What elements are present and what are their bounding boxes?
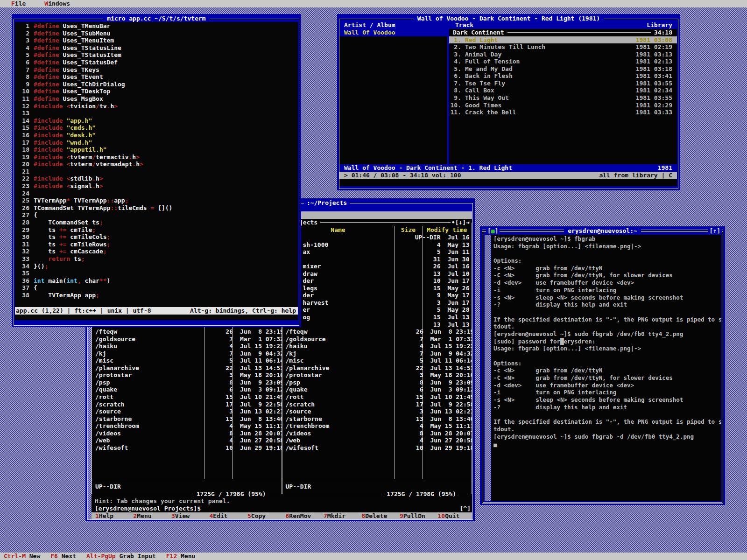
file-row[interactable]: /kj7Jun 9 04:32	[92, 350, 282, 357]
file-row[interactable]: og15Jul 13 13:49	[282, 314, 472, 321]
file-row[interactable]: /trenchbroom4May 15 11:17	[282, 422, 472, 430]
file-name: /trenchbroom	[92, 422, 207, 430]
window-music-player[interactable]: Wall of Voodoo - Dark Continent - Red Li…	[337, 14, 680, 190]
transport-bar[interactable]: > 01:46 / 03:08 - 34:18 vol: 100 all fro…	[339, 172, 677, 179]
window-editor[interactable]: micro app.cc ~/S/t/s/tvterm 1#define Use…	[12, 14, 301, 327]
file-row[interactable]: /scratch17Jul 9 22:58	[282, 401, 472, 408]
file-row[interactable]: /planarchive22Jul 13 14:51	[92, 364, 282, 372]
file-row[interactable]: /haiku4Jul 15 19:23	[282, 343, 472, 350]
file-row[interactable]: /goldsource7Mar 1 07:32	[92, 336, 282, 343]
file-row[interactable]: /wifesoft10Jun 29 19:18	[92, 444, 282, 452]
file-row[interactable]: /quake6Jun 3 09:12	[92, 386, 282, 393]
file-row[interactable]: /misc5Jul 11 06:14	[282, 357, 472, 364]
file-name: /fteqw	[282, 328, 398, 336]
header-library[interactable]: Library	[647, 21, 672, 29]
file-row[interactable]: /rott15Jul 10 21:49	[282, 393, 472, 401]
header-artist-album[interactable]: Artist / Album	[344, 21, 395, 29]
file-row[interactable]: /goldsource7Mar 1 07:32	[282, 336, 472, 343]
fkey-edit[interactable]: 4Edit	[206, 512, 244, 520]
track-row[interactable]: 6.Back in Flesh1981 03:41	[449, 72, 677, 80]
file-row[interactable]: /trenchbroom4May 15 11:17	[92, 422, 282, 430]
now-playing-bar: Wall of Voodoo - Dark Continent - 1. Red…	[339, 164, 677, 172]
file-row[interactable]: /videos8Jun 28 20:07	[282, 430, 472, 437]
file-row[interactable]: UP--DIRJul 16 14:51	[282, 234, 472, 241]
fkey-mkdir[interactable]: 7Mkdir	[320, 512, 358, 520]
header-size[interactable]: Size	[395, 226, 423, 234]
prompt-text[interactable]: [erysdren@nuevosol Projects]$	[95, 505, 201, 512]
status-shortcut-next[interactable]: F6 Next	[50, 553, 76, 560]
editor-content[interactable]: 1#define Uses_TMenuBar2#define Uses_TSub…	[15, 22, 298, 320]
prompt-history-icon[interactable]: [^]	[460, 505, 471, 512]
track-row[interactable]: 3.Animal Day1981 03:13	[449, 51, 677, 58]
fkey-quit[interactable]: 10Quit	[434, 512, 472, 520]
file-size: 4	[415, 241, 443, 249]
file-row[interactable]: /wifesoft10Jun 29 19:18	[282, 444, 472, 452]
file-row[interactable]: /source3Jun 13 02:21	[282, 408, 472, 415]
file-row[interactable]: der10Jun 17 23:43	[282, 277, 472, 285]
fkey-pulldn[interactable]: 9PullDn	[396, 512, 434, 520]
close-icon[interactable]: [■]	[486, 228, 500, 234]
fkey-delete[interactable]: 8Delete	[358, 512, 396, 520]
track-row[interactable]: 7.Tse Tse Fly1981 03:55	[449, 80, 677, 87]
track-row[interactable]: 8.Call Box1981 02:34	[449, 87, 677, 94]
file-row[interactable]: er5May 28 05:54	[282, 306, 472, 314]
file-row[interactable]: /psp8Jun 9 23:09	[282, 379, 472, 386]
maximize-icon[interactable]: [↑]	[708, 228, 722, 234]
mc-command-prompt[interactable]: [erysdren@nuevosol Projects]$ [^]	[92, 505, 472, 512]
track-row[interactable]: 5.Me and My Dad1981 03:18	[449, 65, 677, 73]
file-row[interactable]: /rott15Jul 10 21:49	[92, 393, 282, 401]
file-row[interactable]: 31Jun 30 17:40	[282, 256, 472, 263]
file-row[interactable]: /web4Jun 27 20:58	[282, 437, 472, 444]
file-row[interactable]: /fteqw26Jun 8 23:19	[282, 328, 472, 336]
file-row[interactable]: /misc5Jul 11 06:14	[92, 357, 282, 364]
file-row[interactable]: /starborne13Jun 8 13:40	[92, 415, 282, 423]
file-row[interactable]: sh-10004May 13 00:31	[282, 241, 472, 249]
fkey-view[interactable]: 3View	[168, 512, 206, 520]
file-row[interactable]: /source3Jun 13 02:21	[92, 408, 282, 415]
panel-scroll-indicator[interactable]: •[↓]→	[451, 219, 471, 226]
file-row[interactable]: /planarchive22Jul 13 14:51	[282, 364, 472, 372]
track-row[interactable]: 2.Two Minutes Till Lunch1981 02:19	[449, 43, 677, 51]
mc-panel-right[interactable]: Projects •[↓]→ Name Size Modify time UP-…	[282, 219, 472, 497]
window-terminal[interactable]: [■] erysdren@nuevosol:~ [↑] [erysdren@nu…	[480, 226, 725, 505]
file-row[interactable]: /scratch17Jul 9 22:58	[92, 401, 282, 408]
file-row[interactable]: /protostar3May 18 20:10	[92, 371, 282, 379]
file-row[interactable]: /web4Jun 27 20:58	[92, 437, 282, 444]
file-row[interactable]: mixer26Jul 16 05:01	[282, 263, 472, 270]
status-shortcut-grab-input[interactable]: Alt-PgUp Grab Input	[86, 553, 156, 560]
status-shortcut-new[interactable]: Ctrl-M New	[4, 553, 40, 560]
fkey-menu[interactable]: 2Menu	[130, 512, 168, 520]
file-row[interactable]: /kj7Jun 9 04:32	[282, 350, 472, 357]
header-track[interactable]: Track	[455, 21, 473, 29]
file-row[interactable]: legs15May 26 03:00	[282, 285, 472, 292]
menu-item-indows[interactable]: Windows	[44, 0, 70, 7]
file-row[interactable]: /videos8Jun 28 20:07	[92, 430, 282, 437]
terminal-left-scroll-strip[interactable]	[485, 235, 491, 501]
file-row[interactable]: /protostar3May 18 20:10	[282, 371, 472, 379]
file-row[interactable]: draw13Jul 10 01:00	[282, 270, 472, 278]
terminal-content[interactable]: [erysdren@nuevosol ~]$ fbgrabUsage: fbgr…	[491, 235, 721, 501]
fkey-renmov[interactable]: 6RenMov	[282, 512, 320, 520]
file-row[interactable]: ax5Jun 11 03:52	[282, 248, 472, 256]
file-row[interactable]: /haiku4Jul 15 19:23	[92, 343, 282, 350]
track-row[interactable]: 1.Red Light1981 03:08	[449, 36, 677, 44]
track-row[interactable]: 11.Crack the Bell1981 03:33	[449, 109, 677, 116]
fkey-copy[interactable]: 5Copy	[244, 512, 282, 520]
file-row[interactable]: /psp8Jun 9 23:09	[92, 379, 282, 386]
file-row[interactable]: /fteqw26Jun 8 23:19	[92, 328, 282, 336]
file-row[interactable]: harvest3Jun 17 23:52	[282, 299, 472, 307]
file-row[interactable]: 13Jul 13 11:55	[282, 321, 472, 329]
artist-row-selected[interactable]: Wall Of Voodoo	[339, 29, 447, 36]
track-row[interactable]: 9.This Way Out1981 03:55	[449, 94, 677, 102]
track-row[interactable]: 10.Good Times1981 02:29	[449, 102, 677, 109]
header-mtime[interactable]: Modify time	[423, 226, 472, 234]
file-row[interactable]: /starborne13Jun 8 13:40	[282, 415, 472, 423]
code-area[interactable]: 1#define Uses_TMenuBar2#define Uses_TSub…	[15, 22, 297, 307]
fkey-help[interactable]: 1Help	[92, 512, 130, 520]
artist-list[interactable]: Wall Of Voodoo	[339, 29, 447, 164]
menu-item-ile[interactable]: File	[11, 0, 26, 7]
file-row[interactable]: der9May 17 11:30	[282, 292, 472, 299]
status-shortcut-menu[interactable]: F12 Menu	[166, 553, 196, 560]
track-row[interactable]: 4.Full of Tension1981 02:13	[449, 58, 677, 65]
file-row[interactable]: /quake6Jun 3 09:12	[282, 386, 472, 393]
